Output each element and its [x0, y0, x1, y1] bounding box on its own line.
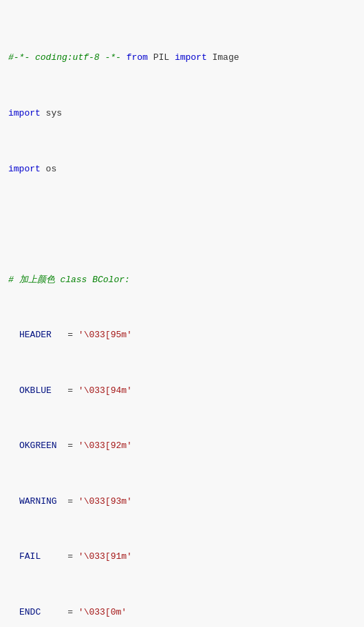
line-11: ENDC = '\033[0m' — [0, 606, 364, 619]
keyword-from: from — [127, 52, 148, 63]
keyword-import: import — [175, 52, 207, 63]
line-5: # 加上颜色 class BColor: — [0, 273, 364, 287]
comment-color: # 加上颜色 class BColor: — [8, 275, 130, 285]
line-9: WARNING = '\033[93m' — [0, 495, 364, 509]
line-7: OKBLUE = '\033[94m' — [0, 384, 364, 398]
line-4 — [0, 217, 364, 231]
line-2: import sys — [0, 107, 364, 120]
line-6: HEADER = '\033[95m' — [0, 328, 364, 342]
keyword-import-sys: import — [8, 108, 41, 118]
comment-encoding: #-*- coding:utf-8 -*- — [8, 52, 121, 63]
line-10: FAIL = '\033[91m' — [0, 550, 364, 564]
line-8: OKGREEN = '\033[92m' — [0, 439, 364, 453]
code-editor: #-*- coding:utf-8 -*- from PIL import Im… — [0, 6, 364, 627]
line-1: #-*- coding:utf-8 -*- from PIL import Im… — [0, 51, 364, 65]
line-3: import os — [0, 162, 364, 176]
keyword-import-os: import — [8, 164, 41, 174]
